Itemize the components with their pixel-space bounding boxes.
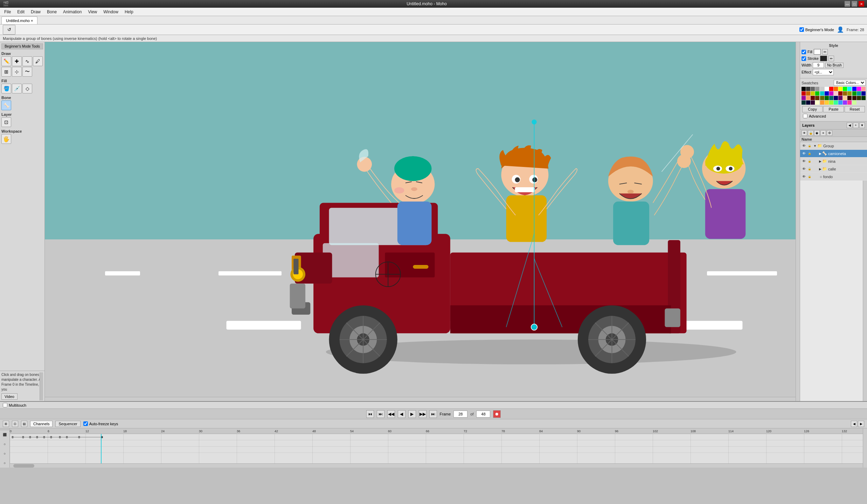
layer-lock-nina[interactable]: 🔒 xyxy=(807,159,812,164)
swatch-cell-44[interactable] xyxy=(811,100,815,105)
stroke-edit-button[interactable]: ✏ xyxy=(828,56,834,61)
canvas-area[interactable] xyxy=(45,42,800,401)
swatch-cell-21[interactable] xyxy=(834,91,838,96)
eyedropper-tool[interactable]: 💉 xyxy=(12,84,22,93)
swatch-cell-26[interactable] xyxy=(857,91,861,96)
swatch-cell-15[interactable] xyxy=(806,91,810,96)
transform-tool[interactable]: ⊞ xyxy=(1,67,11,77)
swatch-cell-47[interactable] xyxy=(825,100,829,105)
layers-lock-button[interactable]: 🔒 xyxy=(808,130,813,136)
swatch-cell-1[interactable] xyxy=(806,87,810,91)
warp-tool[interactable]: 〜 xyxy=(22,67,32,77)
layers-options-button[interactable]: ⚙ xyxy=(827,130,832,136)
menu-window[interactable]: Window xyxy=(100,9,121,15)
swatch-cell-43[interactable] xyxy=(806,100,810,105)
swatch-cell-9[interactable] xyxy=(843,87,847,91)
swatch-cell-8[interactable] xyxy=(838,87,842,91)
menu-view[interactable]: View xyxy=(85,9,100,15)
record-button[interactable]: ⏺ xyxy=(493,410,501,418)
menu-file[interactable]: File xyxy=(1,9,14,15)
freehand-tool[interactable]: 🖊 xyxy=(33,56,43,66)
video-button[interactable]: Video xyxy=(1,393,18,400)
select-tool[interactable]: ⊹ xyxy=(12,67,22,77)
layer-lock-group[interactable]: 🔒 xyxy=(807,144,812,148)
beginners-mode-checkbox[interactable] xyxy=(799,27,804,32)
fill-edit-button[interactable]: ✏ xyxy=(822,49,828,55)
swatch-cell-37[interactable] xyxy=(843,96,847,100)
layer-expand-nina[interactable]: ▶ xyxy=(819,160,821,163)
info-scrollbar[interactable] xyxy=(40,372,43,400)
swatch-cell-17[interactable] xyxy=(815,91,819,96)
minimize-button[interactable]: — xyxy=(845,1,850,7)
tl-expand-button-2[interactable]: ▶ xyxy=(858,421,864,427)
swatch-cell-52[interactable] xyxy=(847,100,852,105)
beginners-mode-toggle[interactable]: Beginner's Mode xyxy=(799,27,834,32)
curve-tool[interactable]: ∿ xyxy=(22,56,32,66)
canvas-scrollbar-h[interactable] xyxy=(45,397,796,401)
menu-animation[interactable]: Animation xyxy=(60,9,84,15)
swatch-cell-16[interactable] xyxy=(811,91,815,96)
frame-total-input[interactable] xyxy=(476,411,490,418)
layer-row-group[interactable]: 👁 🔒 ▼ 📁 Group xyxy=(800,142,867,150)
swatch-cell-33[interactable] xyxy=(825,96,829,100)
tl-expand-button[interactable]: ◀ xyxy=(851,421,857,427)
copy-style-button[interactable]: Copy xyxy=(802,106,823,112)
swatch-cell-3[interactable] xyxy=(815,87,819,91)
swatch-cell-46[interactable] xyxy=(820,100,824,105)
layer-lock-camioneta[interactable]: 🔒 xyxy=(807,151,812,156)
swatch-cell-30[interactable] xyxy=(811,96,815,100)
tl-ctrl-btn-1[interactable]: ⊞ xyxy=(3,421,9,427)
swatch-cell-13[interactable] xyxy=(861,87,866,91)
layers-vis-button[interactable]: 👁 xyxy=(802,130,807,136)
fill-color-swatch[interactable] xyxy=(814,49,821,55)
swatch-cell-2[interactable] xyxy=(811,87,815,91)
advanced-checkbox[interactable] xyxy=(803,114,807,118)
swatch-cell-28[interactable] xyxy=(802,96,806,100)
swatch-cell-50[interactable] xyxy=(838,100,842,105)
swatch-cell-41[interactable] xyxy=(861,96,866,100)
playhead[interactable] xyxy=(101,434,102,463)
pencil-tool[interactable]: ✏️ xyxy=(1,56,11,66)
undo-button[interactable]: ↺ xyxy=(3,25,15,35)
swatch-cell-42[interactable] xyxy=(802,100,806,105)
layer-vis-nina[interactable]: 👁 xyxy=(802,159,806,164)
layer-transform-tool[interactable]: ⊡ xyxy=(1,117,11,127)
auto-freeze-checkbox[interactable] xyxy=(83,421,88,426)
layer-vis-camioneta[interactable]: 👁 xyxy=(802,151,806,156)
timeline-scrollbar-v[interactable] xyxy=(863,428,867,468)
playback-next-button[interactable]: ⏭ xyxy=(429,410,437,418)
layer-expand-calle[interactable]: ▶ xyxy=(819,167,821,171)
layers-collapse-button[interactable]: ◀ xyxy=(847,122,852,128)
paint-bucket-tool[interactable]: 🪣 xyxy=(1,84,11,93)
swatch-cell-40[interactable] xyxy=(857,96,861,100)
swatch-cell-19[interactable] xyxy=(825,91,829,96)
swatch-cell-23[interactable] xyxy=(843,91,847,96)
swatch-cell-45[interactable] xyxy=(815,100,819,105)
layer-vis-group[interactable]: 👁 xyxy=(802,144,806,148)
maximize-button[interactable]: □ xyxy=(852,1,857,7)
layers-scrollbar-v[interactable] xyxy=(863,181,867,401)
menu-edit[interactable]: Edit xyxy=(14,9,27,15)
stroke-checkbox[interactable] xyxy=(802,56,806,61)
swatch-cell-51[interactable] xyxy=(843,100,847,105)
track-content-2[interactable] xyxy=(10,447,863,453)
menu-bone[interactable]: Bone xyxy=(44,9,60,15)
tl-ctrl-btn-3[interactable]: ▤ xyxy=(21,421,27,427)
sequencer-tab[interactable]: Sequencer xyxy=(55,421,80,427)
layer-row-camioneta[interactable]: 👁 🔒 ▶ 🦴 camioneta xyxy=(800,150,867,158)
swatch-cell-4[interactable] xyxy=(820,87,824,91)
layer-lock-fondo[interactable]: 🔒 xyxy=(807,174,812,179)
swatch-cell-38[interactable] xyxy=(847,96,852,100)
layers-add-button[interactable]: + xyxy=(853,122,859,128)
layer-vis-fondo[interactable]: 👁 xyxy=(802,174,806,179)
swatch-cell-34[interactable] xyxy=(829,96,833,100)
stroke-color-swatch[interactable] xyxy=(820,56,827,61)
layer-expand-group[interactable]: ▼ xyxy=(813,144,817,148)
frame-number-input[interactable] xyxy=(453,411,467,418)
track-content-1[interactable] xyxy=(10,440,863,446)
no-brush-button[interactable]: No Brush xyxy=(825,63,844,68)
swatch-cell-11[interactable] xyxy=(852,87,856,91)
playback-step-fwd-button[interactable]: ▶▶ xyxy=(419,410,426,418)
swatch-cell-0[interactable] xyxy=(802,87,806,91)
layer-row-fondo[interactable]: 👁 🔒 ○ fondo xyxy=(800,173,867,181)
